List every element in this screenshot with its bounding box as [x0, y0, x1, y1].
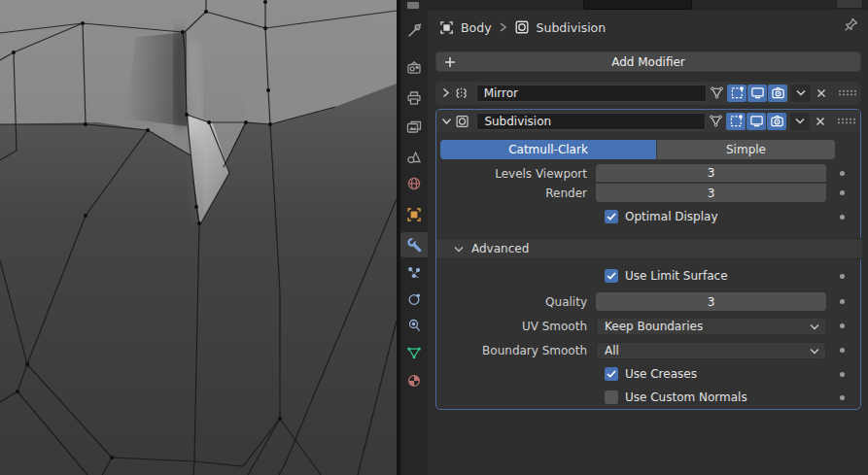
check-icon [607, 272, 616, 280]
decorator-dot[interactable] [840, 323, 845, 328]
chevron-down-icon [796, 89, 806, 96]
tool-icon [406, 23, 422, 39]
show-in-edit-mode-button[interactable] [726, 113, 746, 130]
modifier-name-field[interactable] [476, 85, 707, 102]
collapse-chevron-down-icon[interactable] [440, 118, 453, 125]
tab-constraints[interactable] [400, 313, 428, 338]
tab-object[interactable] [400, 202, 428, 227]
optimal-display-checkbox-row[interactable]: Optimal Display [605, 210, 718, 223]
decorator-dot[interactable] [840, 171, 845, 176]
edit-mode-icon [729, 114, 744, 128]
subdivision-modifier-icon [514, 19, 530, 35]
check-icon [607, 370, 616, 378]
tab-particles[interactable] [400, 260, 428, 286]
decorator-dot[interactable] [840, 395, 845, 400]
drag-handle[interactable] [838, 89, 857, 96]
tab-modifiers[interactable] [400, 232, 428, 257]
use-custom-normals-checkbox[interactable] [605, 390, 618, 404]
mirror-modifier-icon [454, 85, 469, 101]
use-custom-normals-checkbox-row[interactable]: Use Custom Normals [605, 390, 747, 404]
show-in-viewport-button[interactable] [747, 85, 767, 102]
subdivision-algorithm-segmented: Catmull-Clark Simple [440, 140, 835, 159]
modifier-extras-button[interactable] [790, 113, 810, 130]
decorator-dot[interactable] [840, 299, 845, 304]
boundary-smooth-dropdown[interactable]: All [596, 342, 826, 359]
close-icon [816, 88, 826, 98]
delete-modifier-button[interactable] [812, 85, 831, 102]
show-on-cage-button[interactable] [706, 113, 725, 130]
chevron-down-icon [795, 118, 805, 124]
delete-modifier-button[interactable] [811, 113, 830, 130]
decorator-dot[interactable] [840, 348, 845, 353]
monitor-icon [750, 85, 765, 100]
tab-scene[interactable] [400, 145, 428, 170]
show-in-render-button[interactable] [767, 113, 786, 130]
add-modifier-button[interactable]: Add Modifier [435, 51, 861, 72]
advanced-label: Advanced [471, 242, 529, 255]
expand-chevron-right-icon[interactable] [439, 87, 452, 98]
modifier-name-field[interactable] [476, 113, 706, 130]
uv-smooth-label: UV Smooth [436, 320, 596, 333]
render-levels-field[interactable]: 3 [596, 184, 826, 202]
use-creases-checkbox-row[interactable]: Use Creases [605, 367, 697, 381]
tab-object-data[interactable] [400, 340, 428, 365]
modifier-panel-mirror [435, 82, 861, 105]
object-properties-icon [406, 207, 422, 222]
algorithm-option-catmull-clark[interactable]: Catmull-Clark [440, 140, 657, 159]
properties-editor: Body Subdivision [428, 0, 868, 475]
object-data-icon [439, 20, 454, 35]
show-in-edit-mode-button[interactable] [727, 85, 746, 102]
filter-options-button[interactable] [836, 0, 863, 9]
tab-world[interactable] [400, 171, 428, 196]
modifier-panel-subdivision: Catmull-Clark Simple Levels Viewport 3 R… [435, 109, 861, 410]
optimal-display-checkbox[interactable] [605, 210, 618, 223]
edit-mode-icon [730, 85, 745, 100]
optimal-display-label: Optimal Display [625, 210, 718, 223]
quality-field[interactable]: 3 [596, 292, 826, 311]
show-in-render-button[interactable] [768, 85, 787, 102]
uv-smooth-dropdown[interactable]: Keep Boundaries [596, 318, 826, 335]
search-input[interactable] [583, 0, 692, 10]
decorator-dot[interactable] [840, 215, 845, 220]
world-properties-icon [406, 176, 422, 191]
breadcrumb-modifier-name[interactable]: Subdivision [537, 20, 607, 35]
decorator-dot[interactable] [840, 190, 845, 195]
levels-viewport-field[interactable]: 3 [596, 164, 826, 183]
use-limit-surface-checkbox[interactable] [605, 269, 618, 283]
output-properties-icon [406, 90, 422, 106]
pin-button[interactable] [843, 17, 859, 33]
3d-viewport[interactable] [0, 0, 397, 475]
chevron-down-icon [454, 246, 464, 253]
tab-physics[interactable] [400, 287, 428, 312]
tab-render[interactable] [400, 55, 428, 81]
on-cage-icon [709, 114, 723, 128]
use-custom-normals-label: Use Custom Normals [625, 390, 747, 404]
editor-type-icon[interactable] [407, 2, 419, 9]
modifier-wrench-icon [406, 237, 423, 254]
tab-tool[interactable] [400, 18, 428, 44]
tab-view-layer[interactable] [400, 115, 428, 140]
uv-smooth-value: Keep Boundaries [605, 320, 810, 333]
render-label: Render [436, 187, 596, 200]
show-in-viewport-button[interactable] [746, 113, 766, 130]
tab-output[interactable] [400, 85, 428, 111]
breadcrumb-object-name[interactable]: Body [461, 20, 492, 35]
use-limit-surface-checkbox-row[interactable]: Use Limit Surface [605, 269, 728, 283]
use-creases-checkbox[interactable] [605, 367, 618, 381]
modifier-extras-button[interactable] [791, 85, 811, 102]
camera-icon [771, 85, 785, 100]
use-creases-label: Use Creases [625, 367, 697, 381]
tab-material[interactable] [400, 368, 428, 393]
drag-handle[interactable] [837, 118, 856, 124]
boundary-smooth-value: All [605, 344, 810, 357]
decorator-dot[interactable] [840, 274, 845, 279]
show-on-cage-button[interactable] [707, 85, 726, 102]
boundary-smooth-label: Boundary Smooth [436, 344, 596, 357]
levels-viewport-label: Levels Viewport [436, 167, 596, 181]
advanced-subpanel-header[interactable]: Advanced [436, 238, 862, 259]
object-constraints-icon [406, 318, 422, 333]
decorator-dot[interactable] [840, 372, 845, 377]
plus-icon [443, 55, 457, 69]
algorithm-option-simple[interactable]: Simple [657, 140, 835, 159]
camera-icon [770, 114, 784, 128]
